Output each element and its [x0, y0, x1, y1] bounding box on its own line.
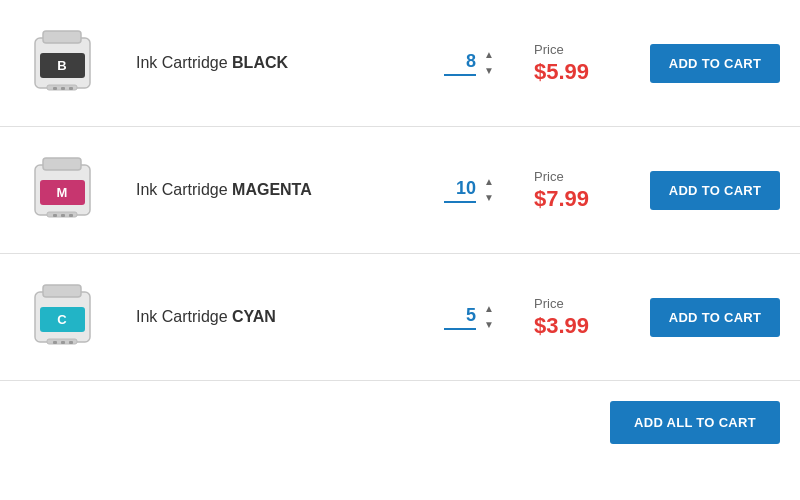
- svg-rect-17: [43, 285, 81, 297]
- qty-down-magenta[interactable]: ▼: [480, 191, 498, 205]
- svg-rect-22: [61, 341, 65, 344]
- price-label-cyan: Price: [534, 296, 624, 311]
- quantity-area-cyan: 5 ▲ ▼: [444, 302, 498, 332]
- product-image-cyan: C: [20, 272, 110, 362]
- price-value-black: $5.99: [534, 59, 624, 85]
- price-value-magenta: $7.99: [534, 186, 624, 212]
- svg-rect-7: [69, 87, 73, 90]
- qty-value-cyan: 5: [444, 305, 476, 330]
- svg-text:B: B: [57, 58, 66, 73]
- product-name-black: Ink Cartridge BLACK: [126, 54, 428, 72]
- qty-up-cyan[interactable]: ▲: [480, 302, 498, 316]
- qty-value-magenta: 10: [444, 178, 476, 203]
- add-to-cart-button-magenta[interactable]: ADD TO CART: [650, 171, 780, 210]
- qty-value-black: 8: [444, 51, 476, 76]
- svg-text:M: M: [57, 185, 68, 200]
- product-image-magenta: M: [20, 145, 110, 235]
- product-row-magenta: M Ink Cartridge MAGENTA 10 ▲ ▼ Price $7.…: [0, 127, 800, 254]
- svg-rect-21: [53, 341, 57, 344]
- price-area-magenta: Price $7.99: [534, 169, 624, 212]
- price-label-black: Price: [534, 42, 624, 57]
- qty-down-cyan[interactable]: ▼: [480, 318, 498, 332]
- qty-up-magenta[interactable]: ▲: [480, 175, 498, 189]
- add-all-to-cart-button[interactable]: ADD ALL TO CART: [610, 401, 780, 444]
- svg-rect-5: [53, 87, 57, 90]
- price-label-magenta: Price: [534, 169, 624, 184]
- svg-text:C: C: [57, 312, 67, 327]
- svg-rect-23: [69, 341, 73, 344]
- product-name-magenta: Ink Cartridge MAGENTA: [126, 181, 428, 199]
- price-area-cyan: Price $3.99: [534, 296, 624, 339]
- quantity-area-magenta: 10 ▲ ▼: [444, 175, 498, 205]
- footer-area: ADD ALL TO CART: [0, 381, 800, 464]
- quantity-area-black: 8 ▲ ▼: [444, 48, 498, 78]
- svg-rect-6: [61, 87, 65, 90]
- product-image-black: B: [20, 18, 110, 108]
- product-list: B Ink Cartridge BLACK 8 ▲ ▼ Price $5.99: [0, 0, 800, 381]
- product-name-cyan: Ink Cartridge CYAN: [126, 308, 428, 326]
- price-value-cyan: $3.99: [534, 313, 624, 339]
- qty-spinners-black: ▲ ▼: [480, 48, 498, 78]
- svg-rect-1: [43, 31, 81, 43]
- svg-rect-9: [43, 158, 81, 170]
- add-to-cart-button-cyan[interactable]: ADD TO CART: [650, 298, 780, 337]
- qty-down-black[interactable]: ▼: [480, 64, 498, 78]
- svg-rect-15: [69, 214, 73, 217]
- product-row-black: B Ink Cartridge BLACK 8 ▲ ▼ Price $5.99: [0, 0, 800, 127]
- qty-spinners-cyan: ▲ ▼: [480, 302, 498, 332]
- qty-up-black[interactable]: ▲: [480, 48, 498, 62]
- product-row-cyan: C Ink Cartridge CYAN 5 ▲ ▼ Price $3.99: [0, 254, 800, 381]
- svg-rect-13: [53, 214, 57, 217]
- qty-spinners-magenta: ▲ ▼: [480, 175, 498, 205]
- add-to-cart-button-black[interactable]: ADD TO CART: [650, 44, 780, 83]
- price-area-black: Price $5.99: [534, 42, 624, 85]
- svg-rect-14: [61, 214, 65, 217]
